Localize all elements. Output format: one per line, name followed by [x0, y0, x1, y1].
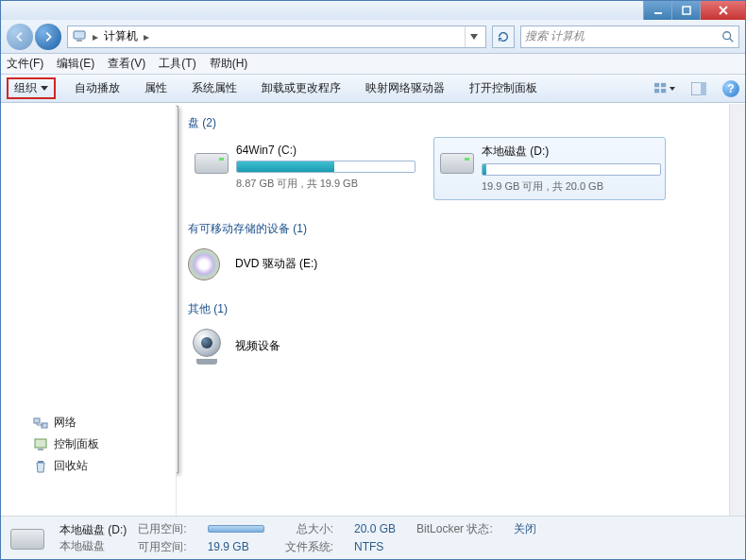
drive-free-text: 19.9 GB 可用 , 共 20.0 GB [482, 179, 661, 194]
vertical-scrollbar[interactable] [729, 104, 745, 516]
control-panel-icon [33, 437, 48, 452]
view-options-button[interactable] [654, 78, 675, 99]
webcam-icon [188, 327, 226, 365]
details-bitlocker-label: BitLocker 状态: [416, 521, 493, 537]
open-control-panel-button[interactable]: 打开控制面板 [464, 78, 543, 98]
svg-rect-6 [661, 82, 666, 86]
svg-rect-11 [34, 418, 40, 423]
svg-rect-13 [35, 439, 46, 448]
hard-disk-icon [10, 521, 48, 555]
menu-bar: 文件(F) 编辑(E) 查看(V) 工具(T) 帮助(H) [1, 54, 745, 75]
drive-label: 本地磁盘 (D:) [482, 144, 661, 160]
properties-button[interactable]: 属性 [139, 78, 173, 98]
drive-label: DVD 驱动器 (E:) [235, 256, 317, 272]
address-bar[interactable]: ▸ 计算机 ▸ [67, 25, 486, 48]
menu-file[interactable]: 文件(F) [7, 56, 43, 72]
svg-point-4 [723, 31, 731, 39]
details-title: 本地磁盘 (D:) [59, 522, 127, 538]
breadcrumb-sep: ▸ [91, 30, 100, 43]
svg-rect-14 [38, 449, 43, 450]
section-removable[interactable]: 有可移动存储的设备 (1) [188, 217, 734, 243]
details-bitlocker-value: 关闭 [514, 521, 536, 537]
svg-rect-2 [74, 31, 85, 39]
breadcrumb-sep: ▸ [142, 30, 151, 43]
details-free-label: 可用空间: [138, 539, 186, 555]
minimize-button[interactable] [643, 1, 671, 20]
sidebar-item-recycle-bin[interactable]: 回收站 [1, 455, 176, 477]
search-placeholder: 搜索 计算机 [525, 28, 721, 44]
capacity-bar [236, 161, 415, 173]
drive-dvd[interactable]: DVD 驱动器 (E:) [188, 243, 734, 284]
search-input[interactable]: 搜索 计算机 [520, 25, 739, 48]
details-fs-value: NTFS [354, 540, 396, 553]
details-used-value [208, 522, 264, 535]
details-pane: 本地磁盘 (D:) 本地磁盘 已用空间: 总大小: 20.0 GB BitLoc… [1, 516, 745, 559]
sidebar-item-network[interactable]: 网络 [1, 412, 176, 433]
map-drive-button[interactable]: 映射网络驱动器 [360, 78, 450, 98]
organize-menu: ✂剪切 ⧉复制 📋粘贴 撤消 恢复 全选 ▦布局▸ 文件夹和搜索选项 ✕删除 重… [177, 106, 178, 473]
refresh-button[interactable] [492, 25, 515, 48]
menu-tools[interactable]: 工具(T) [159, 56, 195, 72]
drive-c[interactable]: 64Win7 (C:) 8.87 GB 可用 , 共 19.9 GB [188, 137, 420, 200]
details-total-label: 总大小: [285, 521, 333, 537]
svg-rect-1 [683, 7, 690, 14]
device-label: 视频设备 [235, 338, 280, 354]
organize-button[interactable]: 组织 [7, 77, 56, 99]
drive-free-text: 8.87 GB 可用 , 共 19.9 GB [236, 177, 415, 191]
help-button[interactable]: ? [722, 80, 739, 97]
hard-disk-icon [195, 144, 229, 181]
section-hard-disks[interactable]: 盘 (2) [188, 111, 734, 137]
svg-rect-0 [654, 12, 662, 14]
svg-rect-7 [654, 89, 659, 93]
drive-d[interactable]: 本地磁盘 (D:) 19.9 GB 可用 , 共 20.0 GB [433, 137, 666, 200]
dvd-icon [188, 246, 226, 280]
close-button[interactable] [700, 1, 745, 20]
forward-button[interactable] [35, 24, 61, 50]
system-properties-button[interactable]: 系统属性 [186, 78, 243, 98]
hard-disk-icon [440, 144, 474, 181]
svg-rect-5 [654, 82, 659, 86]
command-bar: 组织 自动播放 属性 系统属性 卸载或更改程序 映射网络驱动器 打开控制面板 ? [1, 75, 745, 103]
uninstall-button[interactable]: 卸载或更改程序 [256, 78, 347, 98]
section-other[interactable]: 其他 (1) [188, 297, 734, 323]
preview-pane-button[interactable] [688, 78, 709, 99]
svg-rect-8 [661, 89, 666, 93]
details-used-label: 已用空间: [138, 521, 186, 537]
content-pane: ✂剪切 ⧉复制 📋粘贴 撤消 恢复 全选 ▦布局▸ 文件夹和搜索选项 ✕删除 重… [177, 104, 745, 516]
menu-edit[interactable]: 编辑(E) [57, 56, 94, 72]
autoplay-button[interactable]: 自动播放 [69, 78, 126, 98]
breadcrumb-computer[interactable]: 计算机 [104, 28, 138, 44]
network-icon [33, 416, 48, 431]
navigation-pane: 网络 控制面板 回收站 [1, 104, 177, 516]
recycle-bin-icon [33, 459, 48, 474]
computer-icon [72, 29, 87, 44]
navigation-row: ▸ 计算机 ▸ 搜索 计算机 [1, 20, 745, 54]
device-video[interactable]: 视频设备 [188, 323, 734, 368]
details-total-value: 20.0 GB [354, 522, 396, 535]
address-dropdown[interactable] [465, 26, 482, 47]
search-icon [721, 30, 735, 43]
details-type: 本地磁盘 [59, 538, 127, 554]
capacity-bar [482, 163, 661, 176]
menu-help[interactable]: 帮助(H) [210, 56, 248, 72]
svg-rect-15 [38, 461, 43, 463]
title-bar [1, 1, 745, 20]
drive-label: 64Win7 (C:) [236, 144, 415, 157]
svg-rect-3 [76, 40, 82, 42]
details-free-value: 19.9 GB [208, 540, 264, 553]
details-fs-label: 文件系统: [285, 539, 333, 555]
svg-rect-10 [701, 82, 706, 95]
menu-view[interactable]: 查看(V) [108, 56, 145, 72]
back-button[interactable] [7, 24, 33, 50]
sidebar-item-control-panel[interactable]: 控制面板 [1, 433, 176, 455]
maximize-button[interactable] [671, 1, 700, 20]
